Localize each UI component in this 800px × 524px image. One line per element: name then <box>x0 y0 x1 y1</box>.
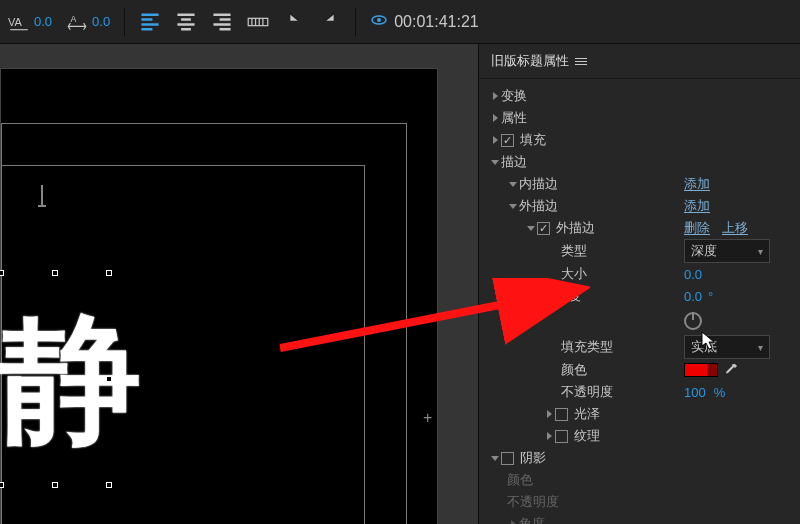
twirl-open-icon[interactable] <box>489 452 501 464</box>
twirl-open-icon[interactable] <box>507 178 519 190</box>
selection-handles[interactable] <box>1 273 109 485</box>
twirl-closed-icon[interactable] <box>489 112 501 124</box>
program-monitor[interactable]: 静 + <box>0 44 478 524</box>
tab-ruler-icon[interactable] <box>247 11 269 33</box>
color-swatch[interactable] <box>684 363 718 377</box>
section-properties[interactable]: 属性 <box>479 107 800 129</box>
handle-top-mid[interactable] <box>52 270 58 276</box>
move-up-link[interactable]: 上移 <box>722 219 748 237</box>
fill-checkbox[interactable] <box>501 134 514 147</box>
color-row: 颜色 <box>479 359 800 381</box>
sheen-checkbox[interactable] <box>555 408 568 421</box>
shadow-angle-row[interactable]: 角度 <box>479 513 800 524</box>
angle-dial-row <box>479 307 800 335</box>
panel-header: 旧版标题属性 <box>479 44 800 79</box>
stroke-size-value[interactable]: 0.0 <box>684 267 702 282</box>
align-right-icon[interactable] <box>211 11 233 33</box>
add-outer-stroke-link[interactable]: 添加 <box>684 197 710 215</box>
leading-field[interactable]: A 0.0 <box>66 11 110 33</box>
opacity-value[interactable]: 100 <box>684 385 706 400</box>
stroke-type-dropdown[interactable]: 深度▾ <box>684 239 770 263</box>
outer-strokes-group[interactable]: 外描边 添加 <box>479 195 800 217</box>
twirl-open-icon[interactable] <box>525 222 537 234</box>
handle-top-left[interactable] <box>0 270 4 276</box>
handle-top-right[interactable] <box>106 270 112 276</box>
add-inner-stroke-link[interactable]: 添加 <box>684 175 710 193</box>
twirl-closed-icon[interactable] <box>543 408 555 420</box>
anchor-crosshair: + <box>423 409 432 427</box>
kerning-icon: VA <box>8 11 30 33</box>
toolbar: VA 0.0 A 0.0 00:01:41:21 <box>0 0 800 44</box>
angle-dial[interactable] <box>684 312 702 330</box>
visibility-eye-icon <box>370 11 388 33</box>
twirl-closed-icon[interactable] <box>489 90 501 102</box>
svg-text:A: A <box>70 14 76 24</box>
fill-type-row: 填充类型 实底▾ <box>479 335 800 359</box>
shadow-color-row: 颜色 <box>479 469 800 491</box>
section-shadow[interactable]: 阴影 <box>479 447 800 469</box>
handle-mid-right[interactable] <box>106 376 112 382</box>
section-fill[interactable]: 填充 <box>479 129 800 151</box>
handle-bot-right[interactable] <box>106 482 112 488</box>
shadow-opacity-row: 不透明度 <box>479 491 800 513</box>
outer-stroke-item[interactable]: 外描边 删除 上移 <box>479 217 800 239</box>
svg-point-4 <box>377 18 381 22</box>
leading-value[interactable]: 0.0 <box>92 14 110 29</box>
svg-rect-2 <box>248 18 268 25</box>
texture-row[interactable]: 纹理 <box>479 425 800 447</box>
delete-stroke-link[interactable]: 删除 <box>684 219 710 237</box>
twirl-closed-icon[interactable] <box>507 518 519 524</box>
sheen-row[interactable]: 光泽 <box>479 403 800 425</box>
section-transform[interactable]: 变换 <box>479 85 800 107</box>
kerning-value[interactable]: 0.0 <box>34 14 52 29</box>
stroke-angle-value[interactable]: 0.0 <box>684 289 702 304</box>
twirl-open-icon[interactable] <box>489 156 501 168</box>
tab-right-icon[interactable] <box>319 11 341 33</box>
title-properties-panel: 旧版标题属性 变换 属性 填充 描边 内描边 <box>478 44 800 524</box>
canvas[interactable]: 静 + <box>0 68 438 524</box>
section-strokes[interactable]: 描边 <box>479 151 800 173</box>
handle-bot-mid[interactable] <box>52 482 58 488</box>
timecode-value[interactable]: 00:01:41:21 <box>394 13 479 31</box>
shadow-checkbox[interactable] <box>501 452 514 465</box>
kerning-field[interactable]: VA 0.0 <box>8 11 52 33</box>
twirl-closed-icon[interactable] <box>489 134 501 146</box>
separator <box>355 8 356 36</box>
twirl-open-icon[interactable] <box>543 290 555 302</box>
texture-checkbox[interactable] <box>555 430 568 443</box>
panel-menu-icon[interactable] <box>575 58 587 65</box>
twirl-closed-icon[interactable] <box>543 430 555 442</box>
align-left-icon[interactable] <box>139 11 161 33</box>
panel-title: 旧版标题属性 <box>491 52 569 70</box>
fill-type-dropdown[interactable]: 实底▾ <box>684 335 770 359</box>
inner-strokes-group[interactable]: 内描边 添加 <box>479 173 800 195</box>
stroke-angle-row[interactable]: 角度 0.0° <box>479 285 800 307</box>
handle-bot-left[interactable] <box>0 482 4 488</box>
separator <box>124 8 125 36</box>
timecode-display[interactable]: 00:01:41:21 <box>370 11 479 33</box>
tab-left-icon[interactable] <box>283 11 305 33</box>
twirl-open-icon[interactable] <box>507 200 519 212</box>
outer-stroke-checkbox[interactable] <box>537 222 550 235</box>
eyedropper-icon[interactable] <box>724 363 738 377</box>
stroke-size-row: 大小 0.0 <box>479 263 800 285</box>
opacity-row: 不透明度 100% <box>479 381 800 403</box>
svg-text:VA: VA <box>8 16 23 28</box>
align-center-icon[interactable] <box>175 11 197 33</box>
stroke-type-row: 类型 深度▾ <box>479 239 800 263</box>
leading-icon: A <box>66 11 88 33</box>
text-caret <box>41 185 43 205</box>
